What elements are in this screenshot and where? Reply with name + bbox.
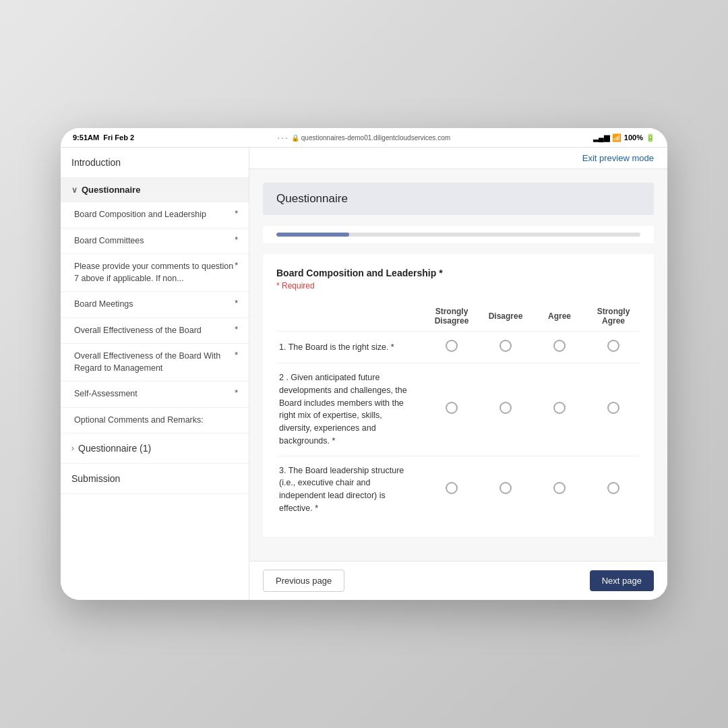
question-3-text: 3. The Board leadership structure (i.e.,… — [276, 456, 425, 523]
footer-nav: Previous page Next page — [249, 561, 667, 600]
status-time: 9:51AM Fri Feb 2 — [73, 133, 134, 142]
sidebar-item-submission[interactable]: Submission — [61, 464, 249, 494]
col-strongly-disagree: Strongly Disagree — [425, 301, 479, 332]
status-icons: ▂▄▆ 📶 100% 🔋 — [593, 133, 655, 142]
sidebar-item-board-composition[interactable]: Board Composition and Leadership * — [61, 202, 249, 229]
col-agree: Agree — [533, 301, 586, 332]
content-area: Questionnaire Board Composition and Lead… — [249, 169, 667, 561]
q2-strongly-disagree-radio[interactable] — [446, 402, 458, 414]
col-strongly-agree: Strongly Agree — [586, 301, 640, 332]
q1-strongly-agree-cell — [586, 332, 640, 363]
sidebar-item-overall-effectiveness-mgmt[interactable]: Overall Effectiveness of the Board With … — [61, 344, 249, 382]
sidebar-item-self-assessment[interactable]: Self-Assessment * — [61, 382, 249, 408]
lock-icon: 🔒 — [291, 134, 299, 142]
q2-strongly-agree-cell — [586, 363, 640, 456]
battery-icon: 🔋 — [646, 133, 655, 142]
q1-strongly-disagree-radio[interactable] — [446, 340, 458, 352]
q3-strongly-agree-cell — [586, 456, 640, 523]
device-frame: 9:51AM Fri Feb 2 ··· 🔒 questionnaires-de… — [61, 128, 667, 600]
wifi-icon: 📶 — [612, 133, 621, 142]
q1-agree-cell — [533, 332, 586, 363]
q2-strongly-agree-radio[interactable] — [607, 402, 619, 414]
questionnaire-title-bar: Questionnaire — [263, 183, 654, 215]
table-row: 1. The Board is the right size. * — [276, 332, 640, 363]
q2-strongly-disagree-cell — [425, 363, 479, 456]
sidebar-item-board-committees[interactable]: Board Committees * — [61, 229, 249, 255]
sidebar: Introduction ∨ Questionnaire Board Compo… — [61, 148, 249, 600]
q2-agree-cell — [533, 363, 586, 456]
q2-disagree-cell — [479, 363, 533, 456]
q1-strongly-disagree-cell — [425, 332, 479, 363]
url-bar: ··· 🔒 questionnaires-demo01.diligentclou… — [277, 132, 450, 143]
chevron-down-icon: ∨ — [71, 185, 78, 195]
sidebar-item-comments-q7[interactable]: Please provide your comments to question… — [61, 254, 249, 292]
col-question — [276, 301, 425, 332]
q1-strongly-agree-radio[interactable] — [607, 340, 619, 352]
page-title: Questionnaire — [276, 192, 640, 206]
table-row: 3. The Board leadership structure (i.e.,… — [276, 456, 640, 523]
q3-strongly-disagree-cell — [425, 456, 479, 523]
main-content: Exit preview mode Questionnaire Board Co… — [249, 148, 667, 600]
sidebar-item-introduction[interactable]: Introduction — [61, 148, 249, 178]
table-row: 2 . Given anticipated future development… — [276, 363, 640, 456]
required-note: * Required — [276, 281, 640, 291]
q2-agree-radio[interactable] — [553, 402, 566, 414]
rating-table: Strongly Disagree Disagree Agree Strongl… — [276, 301, 640, 523]
progress-track — [276, 233, 640, 237]
sidebar-item-optional-comments[interactable]: Optional Comments and Remarks: — [61, 408, 249, 434]
progress-fill — [276, 233, 349, 237]
app-content: Introduction ∨ Questionnaire Board Compo… — [61, 147, 667, 600]
q2-disagree-radio[interactable] — [499, 402, 512, 414]
exit-preview-button[interactable]: Exit preview mode — [582, 153, 654, 163]
top-bar: Exit preview mode — [249, 148, 667, 169]
q3-agree-radio[interactable] — [553, 482, 566, 494]
q3-strongly-disagree-radio[interactable] — [446, 482, 458, 494]
q3-disagree-cell — [479, 456, 533, 523]
previous-page-button[interactable]: Previous page — [263, 570, 344, 592]
col-disagree: Disagree — [479, 301, 533, 332]
next-page-button[interactable]: Next page — [590, 570, 654, 591]
question-1-text: 1. The Board is the right size. * — [276, 332, 425, 363]
q1-disagree-cell — [479, 332, 533, 363]
progress-bar-area — [263, 226, 654, 243]
signal-icon: ▂▄▆ — [593, 133, 609, 142]
q3-strongly-agree-radio[interactable] — [607, 482, 619, 494]
q3-disagree-radio[interactable] — [499, 482, 512, 494]
q3-agree-cell — [533, 456, 586, 523]
section-heading: Board Composition and Leadership * — [276, 268, 640, 278]
sidebar-questionnaire-header[interactable]: ∨ Questionnaire — [61, 178, 249, 202]
question-2-text: 2 . Given anticipated future development… — [276, 363, 425, 456]
q1-agree-radio[interactable] — [553, 340, 566, 352]
form-section: Board Composition and Leadership * * Req… — [263, 254, 654, 537]
chevron-right-icon: › — [71, 444, 74, 453]
dots-icon: ··· — [277, 132, 289, 143]
sidebar-item-board-meetings[interactable]: Board Meetings * — [61, 292, 249, 318]
sidebar-questionnaire-1[interactable]: › Questionnaire (1) — [61, 433, 249, 464]
sidebar-item-overall-effectiveness[interactable]: Overall Effectiveness of the Board * — [61, 318, 249, 344]
q1-disagree-radio[interactable] — [499, 340, 512, 352]
status-bar: 9:51AM Fri Feb 2 ··· 🔒 questionnaires-de… — [61, 128, 667, 147]
